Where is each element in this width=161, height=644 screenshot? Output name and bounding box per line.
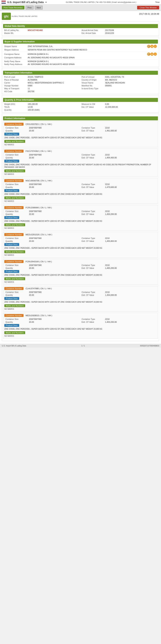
country-of-origin-value: MX, MEXICO [105, 79, 117, 81]
container-block: Container Number FSCU7374362 ( CN / L / … [3, 148, 158, 177]
consignee-home-icon[interactable]: ⌂ [154, 52, 157, 56]
container-number-value: CLHU3747888 ( CN / L / HH ) [26, 288, 52, 290]
teus-label: TEUS [4, 106, 28, 108]
product-desc-text: ZINC OXIDE; ZINC PEROXIDE - SUPER SACKS … [4, 220, 157, 223]
port-of-unload-label: Port of Unload [82, 76, 105, 78]
product-information-header: Product Information [3, 116, 158, 120]
marks-numbers-label[interactable]: Marks and Numbers [4, 331, 25, 334]
product-desc-label[interactable]: Product Desc [4, 270, 19, 273]
in-bond-label: In-bond Entry Type [82, 88, 105, 90]
marks-text: NO MARKS [4, 200, 157, 202]
container-qty-label: Quantity [6, 186, 29, 188]
container-type-value: 2210 [105, 318, 110, 320]
marks-text: NO MARKS [4, 335, 157, 338]
transportation-section: Transportation Information Port of Load … [2, 68, 159, 94]
container-number-label: Container Number [4, 179, 24, 182]
container-number-label: Container Number [4, 287, 24, 290]
search-icon[interactable]: 🔍 [147, 45, 150, 48]
product-desc-label[interactable]: Product Desc [4, 189, 19, 192]
print-button[interactable]: Print Trade Record(s) [2, 6, 24, 10]
product-desc-text: ZINC OXIDE; ZINC PEROXIDE - SUPER SACKS … [4, 300, 157, 304]
product-desc-text: ZINC OXIDE; ZINC PEROXIDE - SUPER SACKS … [4, 163, 157, 169]
product-desc-label[interactable]: Product Desc [4, 160, 19, 162]
container-number-value: FCRU2643160 ( CN / L / HH ) [26, 260, 52, 263]
container-number-value: FSCU7374362 ( CN / L / HH ) [26, 150, 52, 152]
star-icon[interactable]: ★ [150, 45, 154, 48]
container-size-label: Container Size [6, 318, 29, 320]
consignee-star-icon[interactable]: ★ [150, 52, 154, 56]
consignee-address-label: Consignee Address [4, 56, 28, 59]
consignee-search-icon[interactable]: 🔍 [147, 52, 150, 56]
container-est-cf-value: 1,402,200.00 [105, 321, 117, 323]
master-bl-label: Master B/L [4, 32, 28, 34]
product-information-section: Product Information Container Number CRX… [2, 114, 159, 341]
home-icon[interactable]: ⌂ [154, 45, 157, 48]
product-desc-label[interactable]: Product Desc [4, 216, 19, 219]
container-type-value: 2210 [105, 210, 110, 212]
container-block: Container Number MSCU9936708 ( CN / L / … [3, 178, 158, 204]
product-desc-label[interactable]: Product Desc [4, 243, 19, 246]
top-header: U.S. Import Bill of Lading Data ▼ GLOBAL… [0, 0, 161, 4]
measure-value: 0.00 [105, 103, 109, 105]
port-of-load-label: Port of Load [4, 76, 28, 78]
container-qty-label: Quantity [6, 156, 29, 159]
product-desc-label[interactable]: Product Desc [4, 324, 19, 327]
logo-icon: gtc GLOBAL TRADE ONLINE LIMITED [2, 13, 38, 20]
container-qty-label: Quantity [6, 294, 29, 296]
marks-numbers-label[interactable]: Marks and Numbers [4, 223, 25, 226]
transportation-header: Transportation Information [3, 71, 158, 75]
marks-text: NO MARKS [4, 308, 157, 310]
next-button[interactable]: Next [35, 6, 43, 10]
quantity-label: Quantity [4, 109, 28, 111]
container-qty-value: 20.00 [29, 156, 34, 159]
product-desc-text: ZINC OXIDE; ZINC PEROXIDE - SUPER SACKS … [4, 274, 157, 277]
notify-party-address-label: Notify Party Address [4, 63, 28, 65]
marks-numbers-label[interactable]: Marks and Numbers [4, 196, 25, 199]
weight-value: 195,190.00 [28, 103, 38, 105]
app-title: U.S. Import Bill of Lading Data [7, 1, 44, 4]
container-type-value: 2210 [105, 291, 110, 293]
est-arrival-value: 20161229 [105, 32, 114, 34]
container-qty-value: 20.00 [29, 267, 34, 269]
way-of-transport-label: Way of Transport [4, 88, 28, 90]
container-number-label: Container Number [4, 150, 24, 152]
container-est-cf-label: Estl. CF Value [82, 267, 105, 269]
global-data-header: Global Data Identity [3, 24, 158, 28]
container-size-label: Container Size [6, 264, 29, 266]
shipper-address-label: Shipper Address [4, 49, 28, 51]
container-size-label: Container Size [6, 237, 29, 239]
marks-numbers-label[interactable]: Marks and Numbers [4, 250, 25, 253]
manifest-value: 000001 [105, 84, 112, 87]
global-data-section: Global Data Identity Bill of Lading No. … [2, 21, 159, 36]
logo-text: GLOBAL TRADE ONLINE LIMITED [12, 16, 38, 17]
marks-numbers-label[interactable]: Marks and Numbers [4, 277, 25, 280]
marks-numbers-label[interactable]: Marks and Numbers [4, 140, 25, 143]
quantity-price-header: Quantity & Price Information [3, 98, 158, 102]
container-size-value: 2000*900*900 [29, 264, 42, 266]
actual-arrival-label: Actual Arrival Date [82, 29, 105, 31]
container-number-value: MEDU2009015 ( CN / L / HH ) [26, 314, 52, 316]
manifest-label: Manifest No. [82, 84, 105, 87]
product-desc-label[interactable]: Product Desc [4, 133, 19, 136]
close-window-button[interactable]: Close This Window [137, 6, 159, 10]
container-type-value: 2210 [105, 154, 110, 156]
container-size-label: Container Size [6, 183, 29, 185]
footer-left: U.S. Import Bill of Lading Data [2, 345, 26, 347]
marks-numbers-label[interactable]: Marks and Numbers [4, 170, 25, 172]
marks-text: NO MARKS [4, 173, 157, 176]
marks-text: NO MARKS [4, 254, 157, 256]
vessel-name-value: SEALAND MICHIGAN [105, 82, 125, 84]
marks-numbers-label[interactable]: Marks and Numbers [4, 304, 25, 307]
container-block: Container Number MEDU3261018 ( CN / L / … [3, 232, 158, 258]
bol-value: MSCUZY401482 [28, 29, 43, 31]
product-desc-label[interactable]: Product Desc [4, 297, 19, 300]
bol-label: Bill of Lading No. [4, 29, 28, 31]
container-type-label: Container Type [82, 318, 105, 320]
hs-code-value: 281700 [28, 90, 34, 92]
container-est-cf-value: 1,455,800.00 [105, 240, 117, 242]
container-qty-label: Quantity [6, 213, 29, 215]
prev-button[interactable]: Prev [26, 6, 34, 10]
container-number-value: MSCU9936708 ( CN / L / HH ) [26, 180, 52, 182]
container-size-label: Container Size [6, 154, 29, 156]
container-size-label: Container Size [6, 210, 29, 212]
